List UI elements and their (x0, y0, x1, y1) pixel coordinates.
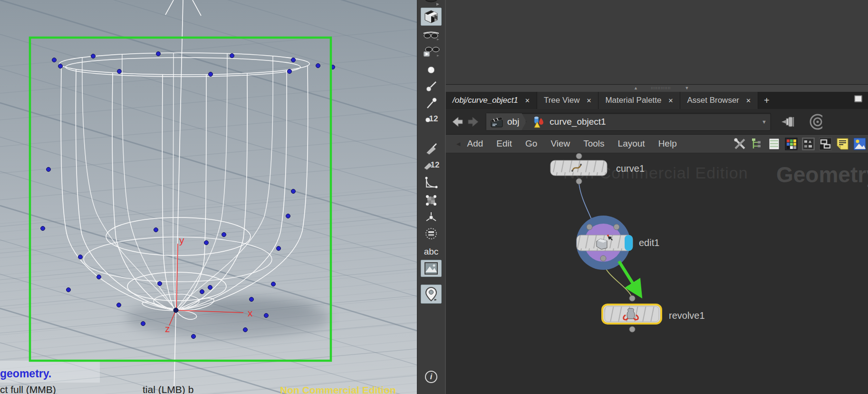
menu-add[interactable]: Add (460, 138, 490, 149)
shape-grid-icon[interactable] (802, 138, 815, 150)
sticky-note-icon[interactable] (836, 138, 849, 150)
location-pin-icon[interactable] (421, 285, 442, 304)
spoke-icon[interactable] (421, 209, 442, 226)
context-label: obj (507, 117, 519, 127)
new-tab-button[interactable]: + (758, 92, 775, 109)
sphere-icon[interactable] (421, 62, 442, 78)
tab-label: Tree View (544, 96, 580, 105)
upper-empty-panel (446, 0, 868, 85)
splitter-grip[interactable]: ∷∷∷∷∷∷ (651, 87, 672, 89)
image-icon[interactable] (421, 260, 442, 277)
context-chip[interactable]: obj (486, 113, 526, 130)
tab-asset-browser[interactable]: Asset Browser ✕ (680, 92, 758, 109)
list-view-icon[interactable] (768, 138, 781, 150)
menu-collapse-icon[interactable]: ◀ (456, 141, 460, 147)
tab-label: Asset Browser (687, 96, 739, 105)
hierarchy-icon[interactable] (751, 138, 763, 150)
network-menu-bar: ◀ Add Edit Go View Tools Layout Help (446, 135, 868, 153)
info-icon[interactable]: i (421, 369, 442, 385)
brush-icon[interactable] (421, 79, 442, 95)
tab-label: Material Palette (605, 96, 661, 105)
tab-close-icon[interactable]: ✕ (586, 97, 591, 104)
viewport-watermark: Non Commercial Edition (280, 384, 396, 394)
menu-tools[interactable]: Tools (577, 138, 611, 149)
network-path-bar: obj curve_object1 ▼ (446, 109, 868, 135)
menu-view[interactable]: View (544, 138, 577, 149)
window-layout-icon[interactable] (819, 138, 832, 150)
follow-target-icon[interactable] (803, 112, 822, 131)
node-revolve1-label: revolve1 (669, 310, 705, 321)
glasses-play-icon[interactable] (421, 44, 442, 60)
forward-button[interactable] (467, 116, 481, 128)
splitter-up-icon[interactable]: ▲ (634, 86, 638, 90)
path-dropdown-icon[interactable]: ▼ (762, 119, 767, 125)
render-cube-icon[interactable] (421, 8, 442, 26)
current-node-label: curve_object1 (550, 117, 606, 127)
node-revolve1[interactable] (602, 305, 661, 324)
geometry-object-icon (533, 115, 545, 128)
drop-connect-arrow (619, 261, 640, 295)
network-editor[interactable]: Non Commercial Edition Geometry (446, 153, 868, 394)
tab-tree-view[interactable]: Tree View ✕ (537, 92, 599, 109)
menu-layout[interactable]: Layout (611, 138, 652, 149)
axis-label-x: x (248, 307, 253, 318)
viewport-toolbar: 12 12 (417, 0, 445, 394)
tab-label: /obj/curve_object1 (453, 96, 518, 105)
network-pane: ▲ ∷∷∷∷∷∷ ▼ /obj/curve_object1 ✕ Tree Vie… (446, 0, 868, 394)
trowel-icon[interactable] (421, 141, 442, 157)
abc-icon[interactable]: abc (421, 244, 442, 260)
glasses-icon[interactable] (421, 28, 442, 44)
back-button[interactable] (450, 116, 464, 128)
node-edit1-label: edit1 (639, 237, 659, 248)
node-curve1-label: curve1 (616, 163, 645, 174)
pane-splitter[interactable]: ▲ ∷∷∷∷∷∷ ▼ (446, 85, 868, 92)
pane-tab-bar: /obj/curve_object1 ✕ Tree View ✕ Materia… (446, 92, 868, 109)
menu-edit[interactable]: Edit (490, 138, 519, 149)
ball-12-label: 12 (429, 114, 438, 124)
status-text-right: tial (LMB) b (143, 384, 193, 394)
pin-button[interactable] (780, 115, 797, 129)
splitter-down-icon[interactable]: ▼ (685, 86, 689, 90)
hint-text: geometry. (0, 367, 51, 380)
tab-close-icon[interactable]: ✕ (668, 97, 674, 104)
menu-go[interactable]: Go (519, 138, 544, 149)
tab-close-icon[interactable]: ✕ (525, 97, 530, 104)
tab-obj-curve-object1[interactable]: /obj/curve_object1 ✕ (446, 92, 537, 109)
current-node[interactable]: curve_object1 (526, 115, 606, 128)
handles-box-icon[interactable] (421, 192, 442, 208)
menu-help[interactable]: Help (652, 138, 684, 149)
color-palette-icon[interactable] (785, 138, 798, 150)
origin-point (174, 308, 178, 313)
trowel-12-icon[interactable]: 12 (421, 157, 442, 173)
tab-material-palette[interactable]: Material Palette ✕ (598, 92, 680, 109)
ball-12-icon[interactable]: 12 (421, 111, 442, 127)
abc-label: abc (424, 246, 439, 257)
path-input[interactable]: obj curve_object1 ▼ (486, 113, 771, 131)
scene-viewport[interactable]: y x z geometry. ct full (MMB) tial (LMB)… (0, 0, 417, 394)
status-text-left: ct full (MMB) (0, 384, 56, 394)
background-image-icon[interactable] (853, 138, 866, 150)
tools-wrench-icon[interactable] (733, 138, 746, 150)
obj-context-icon (490, 116, 503, 128)
corner-curve-icon[interactable] (421, 174, 442, 190)
info-glyph: i (430, 373, 432, 381)
needle-icon[interactable] (421, 95, 442, 111)
axis-label-z: z (165, 323, 170, 334)
node-edit1[interactable] (577, 235, 633, 251)
node-curve1[interactable] (550, 160, 607, 176)
axis-label-y: y (179, 235, 184, 246)
pane-menu-button[interactable] (854, 95, 862, 102)
tab-close-icon[interactable]: ✕ (746, 97, 751, 104)
trowel-12-label: 12 (431, 160, 440, 170)
dashed-circle-icon[interactable] (421, 226, 442, 242)
houdini-window: y x z geometry. ct full (MMB) tial (LMB)… (0, 0, 868, 394)
